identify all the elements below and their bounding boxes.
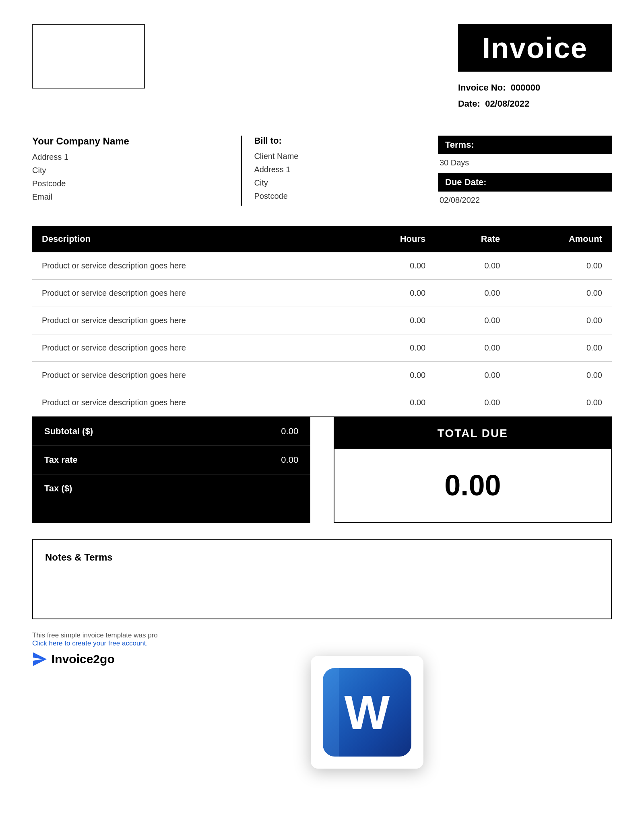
invoice-header-right: Invoice Invoice No: 000000 Date: 02/08/2… xyxy=(458,24,612,111)
table-row: Product or service description goes here… xyxy=(32,362,612,389)
tax-rate-value: 0.00 xyxy=(281,455,298,465)
invoice-date-value: 02/08/2022 xyxy=(485,99,529,109)
tax-rate-label: Tax rate xyxy=(44,455,78,465)
row-amount: 0.00 xyxy=(510,280,612,307)
subtotal-value: 0.00 xyxy=(281,426,298,437)
row-amount: 0.00 xyxy=(510,362,612,389)
client-postcode: Postcode xyxy=(254,192,403,201)
company-city: City xyxy=(32,166,206,175)
col-description: Description xyxy=(32,226,348,252)
header-section: Invoice Invoice No: 000000 Date: 02/08/2… xyxy=(32,24,612,111)
table-row: Product or service description goes here… xyxy=(32,280,612,307)
due-date-label: Due Date: xyxy=(438,173,612,192)
row-description: Product or service description goes here xyxy=(32,307,348,334)
row-description: Product or service description goes here xyxy=(32,362,348,389)
table-row: Product or service description goes here… xyxy=(32,389,612,416)
row-hours: 0.00 xyxy=(348,280,435,307)
bill-to-label: Bill to: xyxy=(254,136,403,146)
col-rate: Rate xyxy=(435,226,510,252)
col-amount: Amount xyxy=(510,226,612,252)
row-rate: 0.00 xyxy=(435,307,510,334)
row-rate: 0.00 xyxy=(435,252,510,280)
row-hours: 0.00 xyxy=(348,252,435,280)
company-address1: Address 1 xyxy=(32,153,206,162)
row-amount: 0.00 xyxy=(510,334,612,362)
company-info: Your Company Name Address 1 City Postcod… xyxy=(32,136,206,206)
table-row: Product or service description goes here… xyxy=(32,307,612,334)
invoice-no-row: Invoice No: 000000 xyxy=(458,80,612,96)
subtotal-box: Subtotal ($) 0.00 Tax rate 0.00 Tax ($) xyxy=(32,417,310,523)
logo-placeholder xyxy=(32,24,145,89)
notes-section: Notes & Terms xyxy=(32,539,612,619)
total-due-amount: 0.00 xyxy=(334,449,611,522)
row-rate: 0.00 xyxy=(435,280,510,307)
invoice-table: Description Hours Rate Amount Product or… xyxy=(32,226,612,416)
tax-row: Tax ($) xyxy=(32,474,310,503)
row-amount: 0.00 xyxy=(510,307,612,334)
table-row: Product or service description goes here… xyxy=(32,252,612,280)
word-icon-bg: W xyxy=(323,668,411,757)
svg-marker-0 xyxy=(33,652,47,666)
row-rate: 0.00 xyxy=(435,362,510,389)
row-description: Product or service description goes here xyxy=(32,280,348,307)
row-description: Product or service description goes here xyxy=(32,389,348,416)
paper-plane-icon xyxy=(32,652,47,667)
row-hours: 0.00 xyxy=(348,389,435,416)
invoice-title: Invoice xyxy=(458,24,612,72)
subtotal-label: Subtotal ($) xyxy=(44,426,93,437)
row-hours: 0.00 xyxy=(348,307,435,334)
total-due-box: TOTAL DUE 0.00 xyxy=(334,417,612,523)
invoice-date-row: Date: 02/08/2022 xyxy=(458,96,612,112)
terms-value: 30 Days xyxy=(438,158,612,167)
invoice-no-label: Invoice No: xyxy=(458,82,506,93)
free-account-link[interactable]: Click here to create your free account. xyxy=(32,639,148,647)
table-row: Product or service description goes here… xyxy=(32,334,612,362)
bill-to-section: Bill to: Client Name Address 1 City Post… xyxy=(241,136,403,206)
company-postcode: Postcode xyxy=(32,179,206,188)
subtotal-row: Subtotal ($) 0.00 xyxy=(32,417,310,446)
invoice-date-label: Date: xyxy=(458,99,480,109)
due-date-value: 02/08/2022 xyxy=(438,196,612,205)
total-due-header: TOTAL DUE xyxy=(334,418,611,449)
row-rate: 0.00 xyxy=(435,334,510,362)
notes-title: Notes & Terms xyxy=(45,552,599,563)
invoice-no-value: 000000 xyxy=(511,82,540,93)
summary-section: Subtotal ($) 0.00 Tax rate 0.00 Tax ($) … xyxy=(32,416,612,523)
brand-name: Invoice2go xyxy=(52,652,115,666)
info-section: Your Company Name Address 1 City Postcod… xyxy=(32,136,612,206)
terms-label: Terms: xyxy=(438,136,612,154)
col-hours: Hours xyxy=(348,226,435,252)
footer-description: This free simple invoice template was pr… xyxy=(32,631,158,639)
row-amount: 0.00 xyxy=(510,389,612,416)
row-hours: 0.00 xyxy=(348,334,435,362)
tax-rate-row: Tax rate 0.00 xyxy=(32,446,310,474)
client-city: City xyxy=(254,178,403,188)
row-amount: 0.00 xyxy=(510,252,612,280)
tax-label: Tax ($) xyxy=(44,483,72,494)
word-icon-overlay: W xyxy=(311,656,423,769)
company-email: Email xyxy=(32,192,206,202)
company-name: Your Company Name xyxy=(32,136,206,147)
row-description: Product or service description goes here xyxy=(32,334,348,362)
invoice-meta: Invoice No: 000000 Date: 02/08/2022 xyxy=(458,80,612,111)
row-rate: 0.00 xyxy=(435,389,510,416)
word-icon-letter: W xyxy=(344,688,390,736)
client-address1: Address 1 xyxy=(254,165,403,174)
terms-section: Terms: 30 Days Due Date: 02/08/2022 xyxy=(438,136,612,206)
row-description: Product or service description goes here xyxy=(32,252,348,280)
table-header-row: Description Hours Rate Amount xyxy=(32,226,612,252)
row-hours: 0.00 xyxy=(348,362,435,389)
client-name: Client Name xyxy=(254,152,403,161)
